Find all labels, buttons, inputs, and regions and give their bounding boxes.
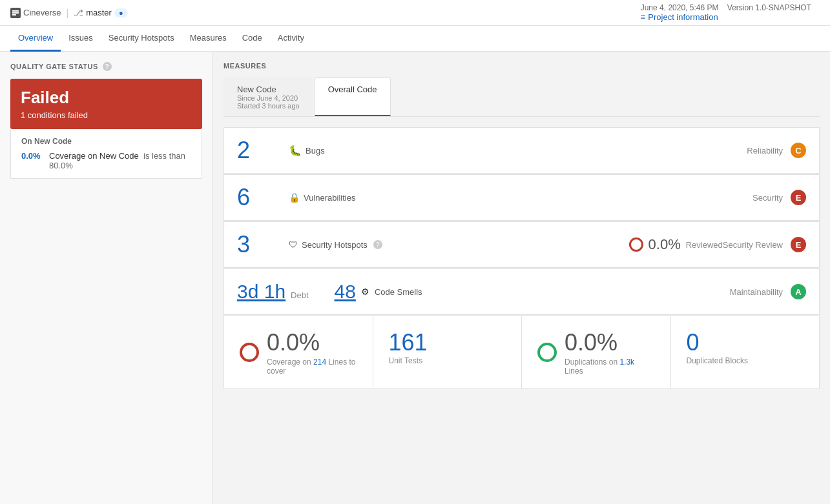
status-failed-text: Failed bbox=[21, 88, 192, 108]
coverage-metric: 0.0% Coverage on 214 Lines to cover bbox=[240, 329, 357, 376]
maintainability-rating: Maintainability A bbox=[730, 284, 806, 299]
duplications-info: 0.0% Duplications on 1.3k Lines bbox=[565, 329, 655, 376]
unit-tests-section: 161 Unit Tests bbox=[373, 316, 523, 388]
main-content: QUALITY GATE STATUS ? Failed 1 condition… bbox=[0, 52, 830, 504]
quality-gate-help-icon[interactable]: ? bbox=[103, 62, 112, 71]
lock-icon: 🔒 bbox=[289, 192, 300, 203]
coverage-pct: 0.0% bbox=[267, 329, 357, 356]
coverage-label: Coverage on 214 Lines to cover bbox=[267, 358, 357, 376]
coverage-section: 0.0% Coverage on 214 Lines to cover bbox=[224, 316, 373, 388]
right-panel: MEASURES New Code Since June 4, 2020 Sta… bbox=[213, 52, 830, 504]
version: Version 1.0-SNAPSHOT bbox=[727, 3, 811, 12]
lines-to-cover-link[interactable]: 214 bbox=[313, 358, 326, 367]
duplications-label: Duplications on 1.3k Lines bbox=[565, 358, 655, 376]
duplicated-blocks-label: Duplicated Blocks bbox=[687, 356, 804, 365]
condition-value: 0.0% bbox=[21, 151, 44, 161]
branch-name: master bbox=[86, 8, 112, 17]
header-left: Cineverse | ⎇ master ● bbox=[10, 8, 128, 18]
reliability-rating-badge: C bbox=[791, 143, 806, 158]
tab-new-code-sub2: Started 3 hours ago bbox=[237, 102, 300, 110]
tab-new-code[interactable]: New Code Since June 4, 2020 Started 3 ho… bbox=[223, 77, 313, 116]
nav-item-issues[interactable]: Issues bbox=[61, 26, 101, 52]
duplications-metric: 0.0% Duplications on 1.3k Lines bbox=[537, 329, 655, 376]
branch-info: ⎇ master ● bbox=[74, 8, 127, 17]
bottom-section: 0.0% Coverage on 214 Lines to cover 161 … bbox=[223, 316, 820, 389]
vulnerabilities-row: 6 🔒 Vulnerabilities Security E bbox=[224, 175, 819, 220]
svg-rect-2 bbox=[12, 12, 19, 14]
security-hotspots-section: 3 🛡 Security Hotspots ? 0.0% Reviewed Se… bbox=[223, 221, 820, 268]
bugs-count[interactable]: 2 bbox=[237, 137, 289, 164]
on-new-code-section: On New Code 0.0% Coverage on New Code is… bbox=[10, 129, 202, 179]
vulnerabilities-section: 6 🔒 Vulnerabilities Security E bbox=[223, 174, 820, 221]
header: Cineverse | ⎇ master ● June 4, 2020, 5:4… bbox=[0, 0, 830, 26]
shield-icon: 🛡 bbox=[289, 239, 298, 250]
reviewed-pct: 0.0% bbox=[648, 236, 681, 253]
code-smells-section: 48 ⚙ Code Smells bbox=[335, 281, 422, 303]
project-info-link[interactable]: ≡ Project information bbox=[641, 12, 820, 22]
reviewed-circle-icon bbox=[629, 237, 643, 252]
security-hotspots-label: 🛡 Security Hotspots ? bbox=[289, 239, 603, 250]
code-smells-label: Code Smells bbox=[375, 287, 422, 297]
bugs-label: 🐛 Bugs bbox=[289, 145, 747, 157]
hotspots-help-icon[interactable]: ? bbox=[373, 240, 382, 249]
security-hotspots-count[interactable]: 3 bbox=[237, 231, 289, 258]
maintainability-section: 3d 1h Debt 48 ⚙ Code Smells Maintainabil… bbox=[223, 268, 820, 315]
condition-desc: Coverage on New Code is less than 80.0% bbox=[49, 151, 191, 170]
unit-tests-label: Unit Tests bbox=[389, 356, 506, 365]
logo-icon bbox=[10, 8, 21, 18]
bugs-icon: 🐛 bbox=[289, 145, 302, 157]
project-info-label: Project information bbox=[648, 12, 718, 22]
vulnerabilities-count[interactable]: 6 bbox=[237, 184, 289, 211]
quality-gate-title: QUALITY GATE STATUS ? bbox=[10, 62, 202, 71]
vulnerabilities-label: 🔒 Vulnerabilities bbox=[289, 192, 752, 203]
dup-lines-link[interactable]: 1.3k bbox=[619, 358, 634, 367]
bugs-rating: Reliability C bbox=[747, 143, 806, 158]
left-panel: QUALITY GATE STATUS ? Failed 1 condition… bbox=[0, 52, 213, 504]
coverage-circle-icon bbox=[240, 343, 259, 362]
condition-row: 0.0% Coverage on New Code is less than 8… bbox=[21, 151, 191, 170]
debt-value[interactable]: 3d 1h bbox=[237, 281, 285, 303]
debt-label: Debt bbox=[291, 290, 308, 300]
reviewed-label: Reviewed bbox=[686, 240, 723, 250]
bugs-row: 2 🐛 Bugs Reliability C bbox=[224, 128, 819, 173]
measures-tabs: New Code Since June 4, 2020 Started 3 ho… bbox=[223, 77, 820, 117]
code-smells-icon: ⚙ bbox=[361, 287, 369, 297]
svg-rect-1 bbox=[12, 10, 19, 12]
unit-tests-count: 161 bbox=[389, 329, 506, 356]
debt-section: 3d 1h Debt bbox=[237, 281, 309, 303]
conditions-failed-text: 1 conditions failed bbox=[21, 110, 192, 120]
duplicated-blocks-section: 0 Duplicated Blocks bbox=[671, 316, 820, 388]
vulnerabilities-rating: Security E bbox=[752, 190, 806, 205]
quality-gate-status-failed: Failed 1 conditions failed bbox=[10, 79, 202, 129]
on-new-code-title: On New Code bbox=[21, 137, 191, 146]
maintainability-row: 3d 1h Debt 48 ⚙ Code Smells Maintainabil… bbox=[224, 269, 819, 314]
maintainability-rating-badge: A bbox=[791, 284, 806, 299]
app-logo: Cineverse bbox=[10, 8, 61, 18]
tab-overall-code[interactable]: Overall Code bbox=[315, 77, 391, 116]
branch-badge: ● bbox=[114, 8, 128, 17]
security-hotspots-row: 3 🛡 Security Hotspots ? 0.0% Reviewed Se… bbox=[224, 222, 819, 267]
separator: | bbox=[67, 8, 69, 18]
measures-title: MEASURES bbox=[223, 62, 820, 70]
list-icon: ≡ bbox=[641, 12, 646, 22]
header-right: June 4, 2020, 5:46 PM Version 1.0-SNAPSH… bbox=[641, 3, 820, 22]
security-review-rating-badge: E bbox=[791, 237, 806, 252]
duplicated-blocks-count: 0 bbox=[687, 329, 804, 356]
nav-item-overview[interactable]: Overview bbox=[10, 26, 61, 52]
nav: Overview Issues Security Hotspots Measur… bbox=[0, 26, 830, 52]
nav-item-code[interactable]: Code bbox=[234, 26, 270, 52]
timestamp: June 4, 2020, 5:46 PM bbox=[641, 3, 719, 12]
duplications-circle-icon bbox=[537, 343, 557, 362]
coverage-info: 0.0% Coverage on 214 Lines to cover bbox=[267, 329, 357, 376]
nav-item-activity[interactable]: Activity bbox=[270, 26, 312, 52]
app-name: Cineverse bbox=[23, 8, 61, 17]
code-smells-count[interactable]: 48 bbox=[335, 281, 356, 303]
reviewed-section: 0.0% Reviewed bbox=[629, 236, 723, 253]
bugs-section: 2 🐛 Bugs Reliability C bbox=[223, 127, 820, 174]
nav-item-security-hotspots[interactable]: Security Hotspots bbox=[101, 26, 182, 52]
hotspots-rating: Security Review E bbox=[723, 237, 806, 252]
duplications-section: 0.0% Duplications on 1.3k Lines bbox=[522, 316, 671, 388]
security-rating-badge: E bbox=[791, 190, 806, 205]
svg-rect-3 bbox=[12, 14, 16, 15]
nav-item-measures[interactable]: Measures bbox=[182, 26, 234, 52]
